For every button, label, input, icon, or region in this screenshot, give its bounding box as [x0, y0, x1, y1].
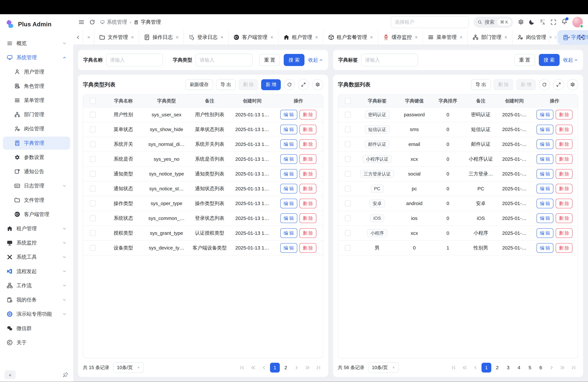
last-page-button[interactable]	[568, 363, 578, 373]
pin-icon[interactable]	[63, 372, 69, 378]
edit-button[interactable]: 编 辑	[280, 213, 297, 223]
edit-button[interactable]: 编 辑	[280, 139, 297, 149]
tab-文件管理[interactable]: 文件管理×	[94, 30, 139, 45]
tab-partial[interactable]: ×	[83, 30, 94, 45]
sidebar-item-菜单管理[interactable]: 菜单管理	[3, 94, 70, 107]
sidebar-item-系统工具[interactable]: 系统工具	[3, 251, 70, 264]
delete-button[interactable]: 删 除	[299, 213, 316, 223]
tabs-scroll-left-button[interactable]	[73, 30, 83, 45]
row-checkbox[interactable]	[90, 245, 96, 251]
edit-button[interactable]: 编 辑	[537, 154, 553, 164]
row-checkbox[interactable]	[345, 200, 351, 206]
row-checkbox[interactable]	[90, 171, 96, 177]
row-checkbox[interactable]	[345, 245, 351, 251]
sidebar-item-通知公告[interactable]: 通知公告	[3, 165, 70, 178]
tabs-menu-button[interactable]	[562, 30, 575, 45]
export-button[interactable]: 导 出	[471, 79, 491, 90]
reset-button[interactable]: 重 置	[514, 54, 535, 66]
sidebar-item-系统监控[interactable]: 系统监控	[3, 236, 70, 249]
add-button[interactable]: 新 增	[261, 79, 281, 90]
sidebar-item-岗位管理[interactable]: 岗位管理	[3, 122, 70, 135]
tab-缓存监控[interactable]: redis缓存监控×	[378, 30, 423, 45]
breadcrumb-parent[interactable]: 系统管理	[100, 19, 127, 25]
delete-button[interactable]: 删 除	[556, 169, 572, 179]
sidebar-item-演示站专用功能[interactable]: 演示站专用功能	[3, 307, 70, 320]
page-2-button[interactable]: 2	[492, 363, 502, 373]
delete-button[interactable]: 删 除	[299, 243, 316, 253]
refresh-table-button[interactable]	[284, 79, 295, 90]
row-checkbox[interactable]	[90, 215, 96, 221]
edit-button[interactable]: 编 辑	[280, 110, 297, 119]
row-checkbox[interactable]	[90, 186, 96, 192]
sidebar-item-日志管理[interactable]: DEV日志管理	[3, 179, 70, 192]
page-5-button[interactable]: 5	[525, 363, 535, 373]
delete-button[interactable]: 删 除	[556, 228, 572, 238]
delete-button[interactable]: 删 除	[299, 139, 316, 149]
refresh-table-button[interactable]	[539, 79, 550, 90]
edit-button[interactable]: 编 辑	[280, 169, 297, 179]
prev-page-button[interactable]	[259, 363, 269, 373]
delete-button[interactable]: 删 除	[556, 125, 572, 134]
edit-button[interactable]: 编 辑	[537, 228, 553, 238]
refresh-cache-button[interactable]: 刷新缓存	[185, 79, 213, 90]
page-1-button[interactable]: 1	[482, 363, 491, 373]
row-checkbox[interactable]	[345, 156, 351, 162]
edit-button[interactable]: 编 辑	[537, 199, 553, 208]
sidebar-item-角色管理[interactable]: 角色管理	[3, 80, 70, 93]
export-button[interactable]: 导 出	[216, 79, 236, 90]
edit-button[interactable]: 编 辑	[537, 110, 553, 119]
delete-button[interactable]: 删 除	[494, 79, 513, 90]
expand-table-button[interactable]	[298, 79, 309, 90]
translate-icon[interactable]: 文A	[540, 19, 546, 25]
select-all-checkbox[interactable]	[90, 98, 96, 104]
row-checkbox[interactable]	[345, 112, 351, 118]
refresh-icon[interactable]	[89, 19, 95, 25]
row-checkbox[interactable]	[345, 141, 351, 147]
dict-type-input[interactable]	[196, 54, 252, 66]
tab-登录日志[interactable]: 登录日志×	[184, 30, 229, 45]
delete-button[interactable]: 删 除	[299, 184, 316, 193]
moon-icon[interactable]	[529, 19, 535, 25]
row-checkbox[interactable]	[345, 215, 351, 221]
hamburger-icon[interactable]	[78, 19, 84, 25]
delete-button[interactable]: 删 除	[299, 228, 316, 238]
close-icon[interactable]: ×	[87, 35, 90, 40]
global-search-button[interactable]: 搜索 ⌘ K	[474, 17, 513, 28]
tabs-scroll-right-button[interactable]	[549, 30, 562, 45]
row-checkbox[interactable]	[345, 186, 351, 192]
sidebar-item-工作流[interactable]: 工作流	[3, 279, 70, 292]
sidebar-item-字典管理[interactable]: 字典管理	[3, 137, 70, 150]
sidebar-item-部门管理[interactable]: 部门管理	[3, 108, 70, 121]
prev-5-pages-button[interactable]	[460, 363, 470, 373]
tab-操作日志[interactable]: 操作日志×	[139, 30, 184, 45]
delete-button[interactable]: 删 除	[299, 154, 316, 164]
edit-button[interactable]: 编 辑	[280, 243, 297, 253]
next-5-pages-button[interactable]	[558, 363, 567, 373]
sidebar-item-租户管理[interactable]: 租户管理	[3, 222, 70, 235]
fullscreen-icon[interactable]	[550, 19, 556, 25]
tab-客户端管理[interactable]: 客户端管理×	[229, 30, 278, 45]
content-fullscreen-button[interactable]	[575, 30, 588, 45]
delete-button[interactable]: 删 除	[556, 139, 572, 149]
delete-button[interactable]: 删 除	[556, 213, 572, 223]
row-checkbox[interactable]	[90, 200, 96, 206]
prev-5-pages-button[interactable]	[248, 363, 258, 373]
close-icon[interactable]: ×	[131, 35, 134, 40]
page-2-button[interactable]: 2	[281, 363, 291, 373]
sidebar-item-我的任务[interactable]: 我的任务	[3, 293, 70, 306]
close-icon[interactable]: ×	[504, 35, 507, 40]
close-icon[interactable]: ×	[270, 35, 273, 40]
tab-菜单管理[interactable]: 菜单管理×	[423, 30, 468, 45]
tab-部门管理[interactable]: 部门管理×	[468, 30, 512, 45]
row-checkbox[interactable]	[90, 156, 96, 162]
delete-button[interactable]: 删 除	[556, 184, 572, 193]
delete-button[interactable]: 删 除	[299, 110, 316, 119]
page-6-button[interactable]: 6	[536, 363, 546, 373]
close-icon[interactable]: ×	[220, 35, 223, 40]
sidebar-item-用户管理[interactable]: 用户管理	[3, 65, 70, 78]
delete-button[interactable]: 删 除	[556, 154, 572, 164]
collapse-search-link[interactable]: 收起	[308, 57, 323, 64]
sidebar-item-客户端管理[interactable]: 客户端管理	[3, 208, 70, 221]
sidebar-item-流程发起[interactable]: 流程发起	[3, 265, 70, 278]
tab-租户套餐管理[interactable]: 租户套餐管理×	[323, 30, 378, 45]
